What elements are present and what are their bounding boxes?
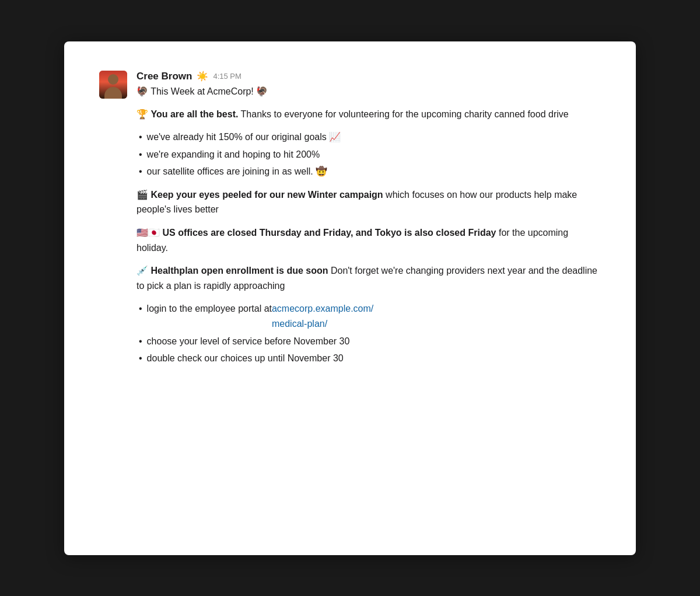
winter-paragraph: 🎬 Keep your eyes peeled for our new Wint… (136, 187, 601, 217)
healthplan-bullets: login to the employee portal at acmecorp… (136, 301, 601, 365)
goals-bullets: we've already hit 150% of our original g… (136, 130, 601, 179)
healthplan-bold: Healthplan open enrollment is due soon (150, 266, 328, 276)
status-emoji: ☀️ (197, 71, 208, 82)
list-item: login to the employee portal at acmecorp… (136, 301, 601, 331)
list-item: double check our choices up until Novemb… (136, 351, 601, 366)
portal-link[interactable]: acmecorp.example.com/medical-plan/ (272, 301, 373, 331)
message-body: Cree Brown ☀️ 4:15 PM 🦃 This Week at Acm… (136, 71, 601, 374)
timestamp: 4:15 PM (213, 72, 241, 81)
offices-paragraph: 🇺🇸🇯🇵 US offices are closed Thursday and … (136, 225, 601, 255)
list-item: we've already hit 150% of our original g… (136, 130, 601, 145)
message-header: Cree Brown ☀️ 4:15 PM (136, 71, 601, 82)
offices-bold: US offices are closed Thursday and Frida… (162, 228, 496, 238)
message-content: 🏆 You are all the best. Thanks to everyo… (136, 107, 601, 366)
message-container: Cree Brown ☀️ 4:15 PM 🦃 This Week at Acm… (99, 71, 601, 374)
avatar (99, 71, 127, 99)
winter-bold: Keep your eyes peeled for our new Winter… (150, 190, 383, 200)
message-subject: 🦃 This Week at AcmeCorp! 🦃 (136, 85, 601, 99)
list-item: we're expanding it and hoping to hit 200… (136, 147, 601, 162)
list-item: our satellite offices are joining in as … (136, 164, 601, 179)
best-bold: You are all the best. (150, 109, 238, 119)
healthplan-paragraph: 💉 Healthplan open enrollment is due soon… (136, 263, 601, 293)
list-item: choose your level of service before Nove… (136, 334, 601, 349)
sender-name: Cree Brown (136, 71, 192, 82)
chat-window: Cree Brown ☀️ 4:15 PM 🦃 This Week at Acm… (64, 41, 636, 555)
best-paragraph: 🏆 You are all the best. Thanks to everyo… (136, 107, 601, 122)
